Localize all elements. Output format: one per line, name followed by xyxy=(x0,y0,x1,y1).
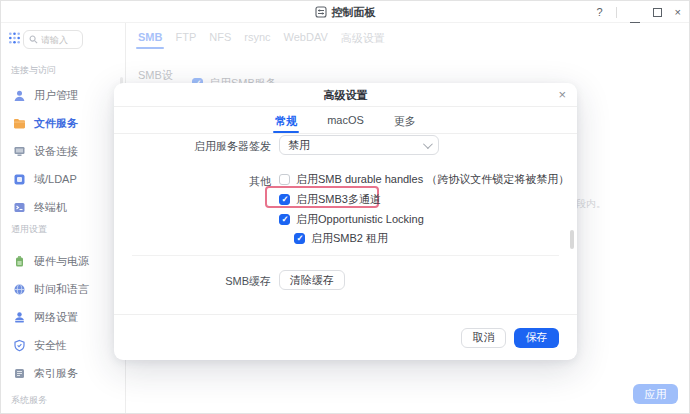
titlebar-title-group: 控制面板 xyxy=(1,1,689,23)
sidebar-item-network-settings[interactable]: 网络设置 xyxy=(1,303,125,331)
main-content: SMB FTP NFS rsync WebDAV 高级设置 SMB设置 启用SM… xyxy=(126,23,689,414)
window-title: 控制面板 xyxy=(332,5,376,20)
other-options-label: 其他 xyxy=(114,174,271,189)
sidebar-item-security[interactable]: 安全性 xyxy=(1,331,125,359)
dialog-scrollbar[interactable] xyxy=(570,230,574,249)
search-icon xyxy=(29,35,38,44)
checkbox-icon xyxy=(279,194,290,205)
indexing-service-icon xyxy=(13,367,26,380)
sidebar: 连接与访问 用户管理 文件服务 设备连接 域/LDAP xyxy=(1,23,126,414)
sidebar-group-general: 硬件与电源 时间和语言 网络设置 安全性 索引服务 xyxy=(1,247,125,387)
advanced-settings-dialog: 高级设置 × 常规 macOS 更多 启用服务器签发 禁用 其他 xyxy=(114,83,577,360)
checkbox-icon xyxy=(294,233,305,244)
section-divider xyxy=(132,255,559,256)
save-button[interactable]: 保存 xyxy=(514,328,559,348)
terminal-icon xyxy=(13,201,26,214)
control-panel-icon xyxy=(315,6,327,18)
file-services-icon xyxy=(13,117,26,130)
sidebar-item-domain-ldap[interactable]: 域/LDAP xyxy=(1,165,125,193)
dialog-footer: 取消 保存 xyxy=(114,314,577,360)
sidebar-section-connection: 连接与访问 xyxy=(11,64,56,77)
help-button[interactable]: ? xyxy=(596,1,602,23)
smb2-lease-checkbox[interactable]: 启用SMB2 租用 xyxy=(294,231,388,246)
time-language-icon xyxy=(13,283,26,296)
dialog-tab-general[interactable]: 常规 xyxy=(275,107,297,133)
sidebar-group-connection: 用户管理 文件服务 设备连接 域/LDAP 终端机 xyxy=(1,81,125,221)
sidebar-search[interactable] xyxy=(23,30,83,49)
sidebar-item-time-language[interactable]: 时间和语言 xyxy=(1,275,125,303)
sidebar-item-terminal[interactable]: 终端机 xyxy=(1,193,125,221)
dialog-tab-more[interactable]: 更多 xyxy=(394,107,416,133)
dialog-close-button[interactable]: × xyxy=(558,83,566,107)
network-settings-icon xyxy=(13,311,26,324)
titlebar: 控制面板 ? × xyxy=(1,1,689,23)
dialog-tab-macos[interactable]: macOS xyxy=(327,107,364,133)
controls-divider xyxy=(616,7,617,18)
chevron-down-icon xyxy=(423,139,433,149)
security-shield-icon xyxy=(13,339,26,352)
server-signing-select[interactable]: 禁用 xyxy=(279,135,439,155)
checkbox-icon xyxy=(279,174,290,185)
clear-cache-button[interactable]: 清除缓存 xyxy=(279,270,345,290)
opportunistic-locking-checkbox[interactable]: 启用Opportunistic Locking xyxy=(279,212,424,227)
server-signing-value: 禁用 xyxy=(288,138,423,153)
cancel-button[interactable]: 取消 xyxy=(461,328,506,348)
user-management-icon xyxy=(13,89,26,102)
sidebar-item-indexing-service[interactable]: 索引服务 xyxy=(1,359,125,387)
checkbox-icon xyxy=(279,214,290,225)
window-controls: ? × xyxy=(596,1,681,23)
maximize-button[interactable] xyxy=(653,8,662,17)
smb-cache-label: SMB缓存 xyxy=(114,274,271,289)
smb3-multichannel-checkbox[interactable]: 启用SMB3多通道 xyxy=(279,192,381,207)
app-grid-button[interactable] xyxy=(8,31,21,44)
sidebar-item-file-services[interactable]: 文件服务 xyxy=(1,109,125,137)
dialog-tabs: 常规 macOS 更多 xyxy=(114,107,577,134)
sidebar-item-user-management[interactable]: 用户管理 xyxy=(1,81,125,109)
sidebar-section-general: 通用设置 xyxy=(11,223,47,236)
server-signing-label: 启用服务器签发 xyxy=(114,139,271,154)
sidebar-item-device-connection[interactable]: 设备连接 xyxy=(1,137,125,165)
domain-ldap-icon xyxy=(13,173,26,186)
dialog-header: 高级设置 × xyxy=(114,83,577,107)
smb-durable-handles-checkbox[interactable]: 启用SMB durable handles （跨协议文件锁定将被禁用） xyxy=(279,172,569,187)
close-window-button[interactable]: × xyxy=(675,1,681,23)
search-input[interactable] xyxy=(41,35,79,45)
dialog-title: 高级设置 xyxy=(114,83,577,107)
sidebar-section-system: 系统服务 xyxy=(11,394,47,407)
sidebar-item-hardware-power[interactable]: 硬件与电源 xyxy=(1,247,125,275)
window-body: 连接与访问 用户管理 文件服务 设备连接 域/LDAP xyxy=(1,23,689,414)
control-panel-window: 控制面板 ? × 连接与访问 xyxy=(0,0,690,414)
hardware-power-icon xyxy=(13,255,26,268)
device-connection-icon xyxy=(13,145,26,158)
grid-icon xyxy=(8,31,21,45)
